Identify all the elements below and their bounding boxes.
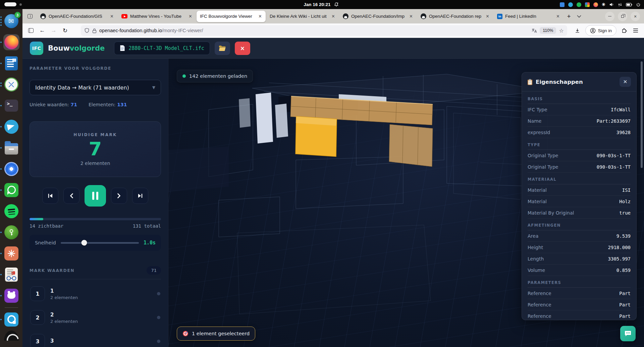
properties-header: Eigenschappen ✕	[522, 72, 636, 92]
dock-files[interactable]	[3, 140, 19, 156]
previous-button[interactable]	[63, 188, 79, 204]
viewport-3d[interactable]: 142 elementen geladen 1 element geselect…	[168, 59, 644, 347]
list-all-tabs-button[interactable]	[574, 11, 584, 21]
properties-title: Eigenschappen	[527, 79, 583, 85]
pause-icon	[92, 192, 98, 200]
tab-close-icon[interactable]: ×	[556, 13, 560, 19]
tab-close-icon[interactable]: ×	[110, 13, 114, 19]
mark-list-item-3[interactable]: 3 3	[30, 332, 161, 347]
file-name: 2880-CLT-3D Model_CLT.ifc	[128, 45, 204, 51]
tab-youtube[interactable]: Matthew Vines - YouTube ×	[118, 11, 196, 22]
dock-terminal[interactable]: >_	[3, 98, 19, 114]
dock-libreoffice-impress[interactable]	[3, 55, 19, 71]
open-file-button[interactable]	[215, 42, 230, 55]
speed-slider-thumb[interactable]	[81, 240, 87, 246]
section-title: BASIS	[528, 97, 631, 104]
mark-list-item-2[interactable]: 2 22 elementen	[30, 308, 161, 327]
elements-count: Elementen:131	[89, 102, 127, 107]
navigation-bar: ← → ↻ openaec-foundation.github.io/monty…	[22, 23, 644, 38]
extensions-button[interactable]	[619, 25, 630, 36]
dock-thunderbird[interactable]: ✉ 3	[3, 13, 19, 29]
mark-list-item-1[interactable]: 1 12 elementen	[30, 284, 161, 303]
page-scrollbar[interactable]	[641, 61, 643, 168]
zoom-level-badge[interactable]: 110%	[540, 27, 556, 34]
skip-to-start-button[interactable]	[42, 188, 58, 204]
chat-bubble-icon	[624, 330, 632, 338]
reload-button[interactable]: ↻	[59, 25, 71, 36]
dock-firefox[interactable]	[3, 34, 19, 50]
tab-kleine-ark-wiki[interactable]: De Kleine Ark Wiki - Licht uit ×	[266, 11, 339, 22]
system-clock[interactable]: Jan 16 20:21	[304, 0, 339, 9]
tray-app-indicator-blue[interactable]	[560, 2, 565, 7]
property-row: Material By Originaltrue	[528, 207, 631, 219]
window-close-button[interactable]: ×	[631, 12, 640, 21]
back-button[interactable]: ←	[37, 25, 48, 36]
forward-button[interactable]: →	[48, 25, 59, 36]
tab-close-icon[interactable]: ×	[409, 13, 413, 19]
tab-close-icon[interactable]: ×	[258, 13, 262, 19]
dock-chat-app[interactable]	[3, 311, 19, 328]
power-icon[interactable]	[636, 2, 641, 7]
tab-close-icon[interactable]: ×	[485, 13, 490, 19]
mark-item-sub: 2 elementen	[50, 319, 152, 324]
dock-remote-desktop[interactable]: ⤫	[3, 76, 19, 93]
lock-icon[interactable]	[92, 28, 97, 33]
new-tab-button[interactable]: +	[564, 11, 574, 21]
volume-icon[interactable]	[609, 2, 614, 7]
network-arrows-icon[interactable]	[618, 2, 622, 7]
sidebar-toggle-button[interactable]	[25, 25, 37, 36]
selected-element-highlight[interactable]	[296, 116, 337, 157]
shield-icon[interactable]	[84, 28, 90, 33]
battery-icon[interactable]	[626, 3, 632, 7]
tray-telegram-icon[interactable]	[568, 2, 573, 7]
activities-indicator[interactable]	[4, 2, 22, 6]
sign-in-button[interactable]: Sign in	[585, 25, 616, 36]
close-file-button[interactable]: ×	[235, 42, 250, 55]
tab-close-icon[interactable]: ×	[331, 13, 335, 19]
tray-asterisk-icon[interactable]: ✳	[602, 2, 605, 7]
ifc-viewer-app: IFC Bouwvolgorde 2880-CLT-3D Model_CLT.i…	[22, 38, 644, 347]
chat-widget-button[interactable]	[620, 326, 636, 341]
menu-button[interactable]	[630, 25, 641, 36]
tray-spotify-icon[interactable]	[577, 2, 581, 7]
system-tray[interactable]: ✳	[560, 0, 641, 9]
restore-button[interactable]	[618, 12, 627, 21]
dock-claude[interactable]	[3, 245, 19, 262]
dock-github-desktop[interactable]	[3, 288, 19, 304]
sequence-progress-bar[interactable]	[30, 218, 161, 220]
skip-to-end-button[interactable]	[132, 188, 148, 204]
tab-openaec-imp[interactable]: OpenAEC-Foundation/Imp ×	[339, 11, 417, 22]
next-button[interactable]	[111, 188, 127, 204]
dock-keepassxc[interactable]	[3, 224, 19, 240]
dock-chromium[interactable]	[3, 161, 19, 177]
dock-telegram[interactable]	[3, 119, 19, 135]
minimize-button[interactable]	[605, 12, 614, 21]
property-row: Original Type090-03s-1-TT	[528, 150, 631, 161]
tab-title: IFC Bouwvolgorde Viewer	[200, 14, 255, 19]
pause-button[interactable]	[85, 185, 106, 207]
speed-slider[interactable]	[61, 242, 139, 244]
app-logo: IFC	[30, 42, 43, 55]
target-icon	[182, 331, 189, 337]
tab-openaec-rep[interactable]: OpenAEC-Foundation rep ×	[417, 11, 493, 22]
url-bar[interactable]: openaec-foundation.github.io/monty-IFC-v…	[81, 25, 567, 36]
firefox-view-button[interactable]	[24, 11, 35, 21]
properties-close-button[interactable]: ✕	[620, 77, 631, 87]
bookmark-star-icon[interactable]: ☆	[559, 27, 564, 34]
downloads-button[interactable]	[572, 25, 583, 36]
tab-close-icon[interactable]: ×	[188, 13, 193, 19]
dock-spotify[interactable]	[3, 203, 19, 219]
dock-partial-icon[interactable]	[4, 331, 19, 341]
url-text[interactable]: openaec-foundation.github.io/monty-IFC-v…	[99, 28, 529, 33]
tray-grid-icon[interactable]	[585, 2, 590, 7]
dock-whatsapp[interactable]	[3, 182, 19, 198]
tray-firefox-icon[interactable]	[593, 2, 598, 7]
tab-openaec-gis[interactable]: OpenAEC-Foundation/GIS ×	[37, 11, 117, 22]
translate-icon[interactable]	[531, 28, 537, 33]
youtube-favicon	[121, 14, 127, 18]
parameter-dropdown[interactable]: Identity Data → Mark (71 waarden) ▼	[30, 80, 161, 95]
mark-item-status-dot	[157, 292, 160, 295]
dock-reader[interactable]	[3, 267, 19, 283]
tab-linkedin[interactable]: Feed | LinkedIn ×	[494, 11, 564, 22]
tab-ifc-viewer-active[interactable]: IFC Bouwvolgorde Viewer ×	[197, 11, 266, 22]
